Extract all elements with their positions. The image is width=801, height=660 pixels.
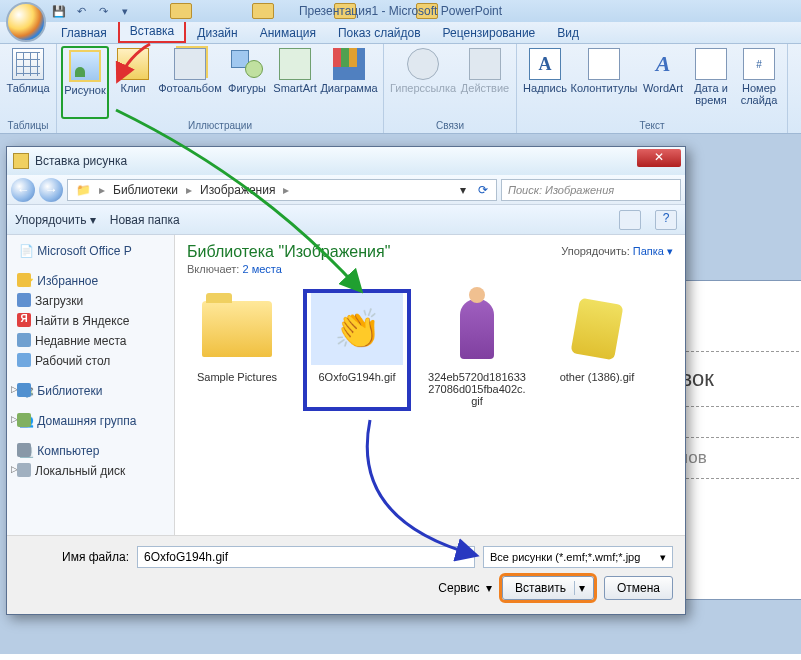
- table-icon: [12, 48, 44, 80]
- file-324eb[interactable]: 324eb5720d18163327086d015fba402c.gif: [427, 293, 527, 407]
- dialog-footer: Имя файла: Все рисунки (*.emf;*.wmf;*.jp…: [7, 535, 685, 614]
- tab-design[interactable]: Дизайн: [186, 22, 248, 43]
- file-selected[interactable]: 6OxfoG194h.gif: [307, 293, 407, 407]
- woman-icon: [460, 299, 494, 359]
- sidebar-desktop[interactable]: Рабочий стол: [13, 351, 168, 371]
- sidebar-homegroup[interactable]: ▷👥 Домашняя группа: [13, 411, 168, 431]
- sidebar-office[interactable]: 📄 Microsoft Office P: [13, 241, 168, 261]
- filename-label: Имя файла:: [19, 550, 129, 564]
- ribbon-picture-button[interactable]: Рисунок: [61, 46, 109, 119]
- app-title: Презентация1 - Microsoft PowerPoint: [299, 4, 502, 18]
- breadcrumb[interactable]: 📁▸ Библиотеки▸ Изображения▸ ▾ ⟳: [67, 179, 497, 201]
- clip-icon: [117, 48, 149, 80]
- ribbon-smartart-button[interactable]: SmartArt: [271, 46, 319, 119]
- ribbon-slidenum-button[interactable]: #Номер слайда: [735, 46, 783, 119]
- ribbon-album-button[interactable]: Фотоальбом: [157, 46, 223, 119]
- newfolder-button[interactable]: Новая папка: [110, 213, 180, 227]
- nav-back-button[interactable]: ←: [11, 178, 35, 202]
- insert-button[interactable]: Вставить▾: [502, 576, 594, 600]
- close-button[interactable]: ✕: [637, 149, 681, 167]
- tab-home[interactable]: Главная: [50, 22, 118, 43]
- dialog-title: Вставка рисунка: [35, 154, 127, 168]
- search-input[interactable]: Поиск: Изображения: [501, 179, 681, 201]
- refresh-icon[interactable]: ⟳: [474, 183, 492, 197]
- headerfooter-icon: [588, 48, 620, 80]
- ribbon-action-button[interactable]: Действие: [458, 46, 512, 119]
- includes-label: Включает: 2 места: [187, 263, 673, 275]
- ribbon-tabs: Главная Вставка Дизайн Анимация Показ сл…: [0, 22, 801, 44]
- action-icon: [469, 48, 501, 80]
- view-mode-button[interactable]: [619, 210, 641, 230]
- ribbon-chart-button[interactable]: Диаграмма: [319, 46, 379, 119]
- sidebar-localdisk[interactable]: ▷Локальный диск: [13, 461, 168, 481]
- group-tables-label: Таблицы: [4, 119, 52, 133]
- dialog-toolbar: Упорядочить ▾ Новая папка ?: [7, 205, 685, 235]
- ribbon-clip-button[interactable]: Клип: [109, 46, 157, 119]
- group-text-label: Текст: [521, 119, 783, 133]
- tab-review[interactable]: Рецензирование: [432, 22, 547, 43]
- dialog-sidebar: 📄 Microsoft Office P ⭐ Избранное Загрузк…: [7, 235, 175, 535]
- dialog-titlebar[interactable]: Вставка рисунка ✕: [7, 147, 685, 175]
- file-sample-pictures[interactable]: Sample Pictures: [187, 293, 287, 407]
- sidebar-computer[interactable]: 💻 Компьютер: [13, 441, 168, 461]
- tab-insert[interactable]: Вставка: [118, 19, 187, 43]
- textbox-icon: A: [529, 48, 561, 80]
- ribbon-shapes-button[interactable]: Фигуры: [223, 46, 271, 119]
- filename-input[interactable]: [137, 546, 475, 568]
- sidebar-favorites[interactable]: ⭐ Избранное: [13, 271, 168, 291]
- sidebar-libraries[interactable]: ▷📚 Библиотеки: [13, 381, 168, 401]
- slidenum-icon: #: [743, 48, 775, 80]
- ribbon: Таблица Таблицы Рисунок Клип Фотоальбом …: [0, 44, 801, 134]
- arrange-control: Упорядочить: Папка ▾: [561, 245, 673, 258]
- dialog-content: Библиотека "Изображения" Включает: 2 мес…: [175, 235, 685, 535]
- qat-undo-icon[interactable]: ↶: [71, 2, 91, 20]
- chart-icon: [333, 48, 365, 80]
- sidebar-yandex[interactable]: ЯНайти в Яндексе: [13, 311, 168, 331]
- office-button[interactable]: [6, 2, 46, 42]
- qat-customize-icon[interactable]: ▾: [115, 2, 135, 20]
- smartart-icon: [279, 48, 311, 80]
- insert-dropdown-icon[interactable]: ▾: [574, 581, 589, 595]
- ribbon-wordart-button[interactable]: AWordArt: [639, 46, 687, 119]
- clap-icon: [332, 304, 382, 354]
- hyperlink-icon: [407, 48, 439, 80]
- includes-link[interactable]: 2 места: [242, 263, 281, 275]
- ribbon-hyperlink-button[interactable]: Гиперссылка: [388, 46, 458, 119]
- tab-view[interactable]: Вид: [546, 22, 590, 43]
- breadcrumb-root-icon: 📁: [72, 183, 95, 197]
- insert-picture-dialog: Вставка рисунка ✕ ← → 📁▸ Библиотеки▸ Изо…: [6, 146, 686, 615]
- shapes-icon: [231, 48, 263, 80]
- ribbon-textbox-button[interactable]: AНадпись: [521, 46, 569, 119]
- wordart-icon: A: [647, 48, 679, 80]
- titlebar: 💾 ↶ ↷ ▾ Презентация1 - Microsoft PowerPo…: [0, 0, 801, 22]
- ribbon-datetime-button[interactable]: Дата и время: [687, 46, 735, 119]
- group-links-label: Связи: [388, 119, 512, 133]
- datetime-icon: [695, 48, 727, 80]
- folder-icon: [202, 301, 272, 357]
- picture-icon: [69, 50, 101, 82]
- sidebar-downloads[interactable]: Загрузки: [13, 291, 168, 311]
- help-button[interactable]: ?: [655, 210, 677, 230]
- tab-animation[interactable]: Анимация: [249, 22, 327, 43]
- ribbon-headerfooter-button[interactable]: Колонтитулы: [569, 46, 639, 119]
- qat-redo-icon[interactable]: ↷: [93, 2, 113, 20]
- group-illus-label: Иллюстрации: [61, 119, 379, 133]
- arrange-dropdown[interactable]: Папка ▾: [633, 245, 673, 257]
- dialog-icon: [13, 153, 29, 169]
- nav-forward-button[interactable]: →: [39, 178, 63, 202]
- chevron-down-icon: ▾: [660, 551, 666, 564]
- tab-slideshow[interactable]: Показ слайдов: [327, 22, 432, 43]
- cancel-button[interactable]: Отмена: [604, 576, 673, 600]
- organize-menu[interactable]: Упорядочить ▾: [15, 213, 96, 227]
- dialog-nav: ← → 📁▸ Библиотеки▸ Изображения▸ ▾ ⟳ Поис…: [7, 175, 685, 205]
- qat-save-icon[interactable]: 💾: [49, 2, 69, 20]
- service-menu[interactable]: Сервис ▾: [438, 581, 492, 595]
- album-icon: [174, 48, 206, 80]
- ribbon-table-button[interactable]: Таблица: [4, 46, 52, 119]
- filetype-dropdown[interactable]: Все рисунки (*.emf;*.wmf;*.jpg▾: [483, 546, 673, 568]
- breadcrumb-dropdown-icon[interactable]: ▾: [456, 183, 470, 197]
- pencil-icon: [570, 298, 623, 361]
- sidebar-recent[interactable]: Недавние места: [13, 331, 168, 351]
- file-other[interactable]: other (1386).gif: [547, 293, 647, 407]
